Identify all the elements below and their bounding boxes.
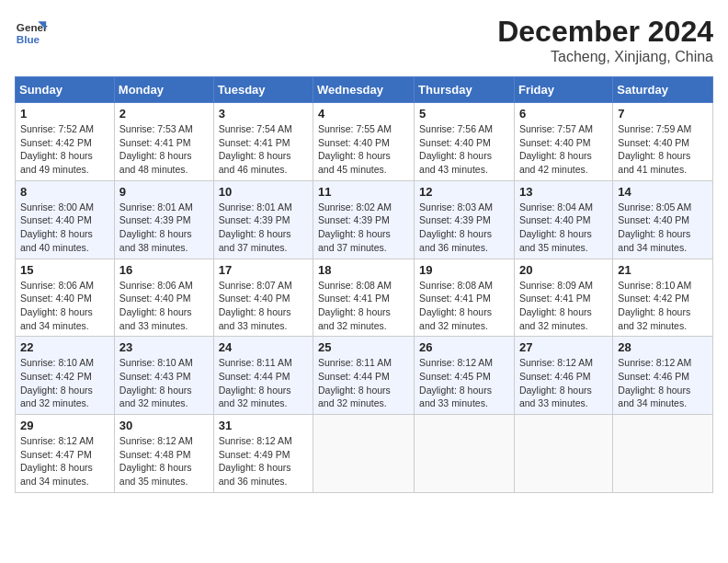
- day-number: 26: [419, 340, 509, 354]
- daylight-label: Daylight: 8 hours and 32 minutes.: [618, 306, 690, 331]
- sunrise-label: Sunrise: 8:12 AM: [20, 435, 94, 446]
- sunrise-label: Sunrise: 8:12 AM: [119, 435, 193, 446]
- sunset-label: Sunset: 4:41 PM: [318, 293, 390, 304]
- sunrise-label: Sunrise: 8:06 AM: [20, 280, 94, 291]
- day-number: 19: [419, 263, 509, 277]
- sunset-label: Sunset: 4:42 PM: [20, 371, 92, 382]
- sunrise-label: Sunrise: 8:12 AM: [519, 357, 593, 368]
- table-row: 24 Sunrise: 8:11 AM Sunset: 4:44 PM Dayl…: [213, 337, 313, 415]
- day-number: 16: [119, 263, 209, 277]
- calendar-week-4: 22 Sunrise: 8:10 AM Sunset: 4:42 PM Dayl…: [16, 337, 713, 415]
- sunset-label: Sunset: 4:40 PM: [618, 137, 689, 148]
- day-info: Sunrise: 8:12 AM Sunset: 4:48 PM Dayligh…: [119, 434, 209, 488]
- sunrise-label: Sunrise: 8:01 AM: [119, 201, 193, 213]
- page-title: December 2024: [497, 15, 713, 49]
- day-info: Sunrise: 7:56 AM Sunset: 4:40 PM Dayligh…: [419, 122, 509, 177]
- day-info: Sunrise: 8:12 AM Sunset: 4:45 PM Dayligh…: [419, 356, 509, 410]
- table-row: 18 Sunrise: 8:08 AM Sunset: 4:41 PM Dayl…: [313, 259, 415, 337]
- day-number: 15: [20, 263, 109, 277]
- sunrise-label: Sunrise: 8:01 AM: [219, 201, 292, 213]
- day-number: 5: [419, 107, 509, 121]
- day-number: 2: [119, 107, 209, 121]
- sunset-label: Sunset: 4:42 PM: [618, 293, 689, 304]
- daylight-label: Daylight: 8 hours and 33 minutes.: [419, 385, 492, 409]
- table-row: 28 Sunrise: 8:12 AM Sunset: 4:46 PM Dayl…: [613, 337, 713, 415]
- day-number: 24: [219, 340, 308, 354]
- day-info: Sunrise: 8:05 AM Sunset: 4:40 PM Dayligh…: [618, 201, 708, 255]
- sunset-label: Sunset: 4:40 PM: [519, 214, 591, 225]
- day-info: Sunrise: 8:07 AM Sunset: 4:40 PM Dayligh…: [219, 279, 308, 333]
- sunset-label: Sunset: 4:40 PM: [318, 137, 390, 148]
- calendar-header-row: Sunday Monday Tuesday Wednesday Thursday…: [16, 77, 713, 103]
- day-info: Sunrise: 8:12 AM Sunset: 4:46 PM Dayligh…: [618, 356, 708, 410]
- sunrise-label: Sunrise: 8:08 AM: [419, 280, 493, 291]
- table-row: 1 Sunrise: 7:52 AM Sunset: 4:42 PM Dayli…: [16, 103, 115, 181]
- day-number: 31: [219, 419, 308, 432]
- table-row: 16 Sunrise: 8:06 AM Sunset: 4:40 PM Dayl…: [114, 259, 213, 337]
- sunset-label: Sunset: 4:49 PM: [219, 449, 290, 460]
- daylight-label: Daylight: 8 hours and 43 minutes.: [419, 150, 492, 175]
- day-info: Sunrise: 8:10 AM Sunset: 4:42 PM Dayligh…: [618, 279, 708, 333]
- sunrise-label: Sunrise: 7:57 AM: [519, 123, 593, 134]
- table-row: 31 Sunrise: 8:12 AM Sunset: 4:49 PM Dayl…: [213, 415, 313, 493]
- sunset-label: Sunset: 4:45 PM: [419, 371, 491, 382]
- col-thursday: Thursday: [415, 77, 515, 103]
- day-info: Sunrise: 8:11 AM Sunset: 4:44 PM Dayligh…: [219, 356, 308, 410]
- table-row: 26 Sunrise: 8:12 AM Sunset: 4:45 PM Dayl…: [415, 337, 515, 415]
- sunrise-label: Sunrise: 8:09 AM: [519, 280, 593, 291]
- day-number: 21: [618, 263, 708, 277]
- table-row: 29 Sunrise: 8:12 AM Sunset: 4:47 PM Dayl…: [16, 415, 115, 493]
- day-number: 6: [519, 107, 608, 121]
- day-info: Sunrise: 7:55 AM Sunset: 4:40 PM Dayligh…: [318, 122, 409, 177]
- day-info: Sunrise: 8:12 AM Sunset: 4:49 PM Dayligh…: [219, 434, 308, 488]
- sunrise-label: Sunrise: 7:52 AM: [20, 123, 94, 134]
- sunset-label: Sunset: 4:41 PM: [119, 137, 191, 148]
- sunset-label: Sunset: 4:40 PM: [419, 137, 491, 148]
- sunrise-label: Sunrise: 8:10 AM: [618, 280, 691, 291]
- table-row: 21 Sunrise: 8:10 AM Sunset: 4:42 PM Dayl…: [613, 259, 713, 337]
- page-subtitle: Tacheng, Xinjiang, China: [497, 49, 713, 65]
- sunrise-label: Sunrise: 7:59 AM: [618, 123, 691, 134]
- sunset-label: Sunset: 4:43 PM: [119, 371, 191, 382]
- sunset-label: Sunset: 4:40 PM: [119, 293, 191, 304]
- day-info: Sunrise: 8:08 AM Sunset: 4:41 PM Dayligh…: [318, 279, 409, 333]
- day-number: 17: [219, 263, 308, 277]
- title-block: December 2024 Tacheng, Xinjiang, China: [497, 15, 713, 65]
- table-row: 10 Sunrise: 8:01 AM Sunset: 4:39 PM Dayl…: [213, 180, 313, 259]
- sunrise-label: Sunrise: 8:08 AM: [318, 280, 392, 291]
- sunrise-label: Sunrise: 8:12 AM: [219, 435, 292, 446]
- table-row: 27 Sunrise: 8:12 AM Sunset: 4:46 PM Dayl…: [514, 337, 612, 415]
- sunset-label: Sunset: 4:41 PM: [519, 293, 591, 304]
- day-info: Sunrise: 8:10 AM Sunset: 4:43 PM Dayligh…: [119, 356, 209, 410]
- table-row: 23 Sunrise: 8:10 AM Sunset: 4:43 PM Dayl…: [114, 337, 213, 415]
- table-row: [514, 415, 612, 493]
- daylight-label: Daylight: 8 hours and 32 minutes.: [219, 385, 291, 409]
- day-number: 8: [20, 185, 109, 199]
- day-info: Sunrise: 8:06 AM Sunset: 4:40 PM Dayligh…: [20, 279, 109, 333]
- sunset-label: Sunset: 4:40 PM: [519, 137, 591, 148]
- daylight-label: Daylight: 8 hours and 35 minutes.: [119, 462, 192, 487]
- sunset-label: Sunset: 4:48 PM: [119, 449, 191, 460]
- day-number: 9: [119, 185, 209, 199]
- day-number: 18: [318, 263, 409, 277]
- day-info: Sunrise: 7:53 AM Sunset: 4:41 PM Dayligh…: [119, 122, 209, 177]
- day-info: Sunrise: 8:12 AM Sunset: 4:47 PM Dayligh…: [20, 434, 109, 488]
- table-row: 7 Sunrise: 7:59 AM Sunset: 4:40 PM Dayli…: [613, 103, 713, 181]
- col-wednesday: Wednesday: [313, 77, 415, 103]
- day-info: Sunrise: 7:59 AM Sunset: 4:40 PM Dayligh…: [618, 122, 708, 177]
- table-row: 13 Sunrise: 8:04 AM Sunset: 4:40 PM Dayl…: [514, 180, 612, 259]
- table-row: 25 Sunrise: 8:11 AM Sunset: 4:44 PM Dayl…: [313, 337, 415, 415]
- table-row: 14 Sunrise: 8:05 AM Sunset: 4:40 PM Dayl…: [613, 180, 713, 259]
- sunrise-label: Sunrise: 7:56 AM: [419, 123, 493, 134]
- sunset-label: Sunset: 4:40 PM: [20, 214, 92, 225]
- daylight-label: Daylight: 8 hours and 34 minutes.: [618, 228, 690, 253]
- daylight-label: Daylight: 8 hours and 32 minutes.: [20, 385, 93, 409]
- daylight-label: Daylight: 8 hours and 33 minutes.: [519, 385, 592, 409]
- sunset-label: Sunset: 4:44 PM: [219, 371, 290, 382]
- daylight-label: Daylight: 8 hours and 32 minutes.: [119, 385, 192, 409]
- sunrise-label: Sunrise: 8:11 AM: [318, 357, 392, 368]
- sunrise-label: Sunrise: 8:12 AM: [618, 357, 691, 368]
- day-number: 10: [219, 185, 308, 199]
- sunset-label: Sunset: 4:41 PM: [219, 137, 290, 148]
- col-monday: Monday: [114, 77, 213, 103]
